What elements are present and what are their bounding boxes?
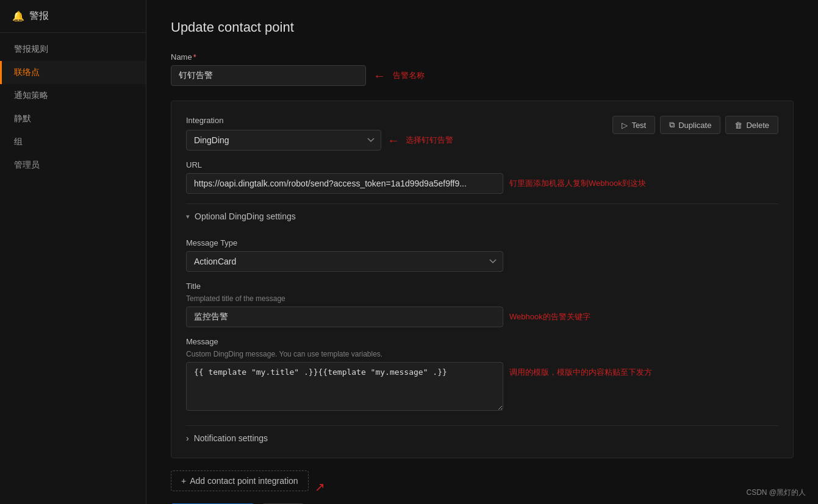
play-icon: ▷ xyxy=(622,121,628,130)
message-textarea[interactable]: {{ template "my.title" .}}{{template "my… xyxy=(186,362,503,411)
title-row: Title Templated title of the message Web… xyxy=(186,282,778,327)
sidebar-title: 警报 xyxy=(29,10,49,23)
name-arrow: ← xyxy=(373,69,386,83)
duplicate-icon: ⧉ xyxy=(669,120,675,130)
message-type-label: Message Type xyxy=(186,238,778,247)
sidebar-item-notification-policy[interactable]: 通知策略 xyxy=(0,84,146,107)
duplicate-button[interactable]: ⧉ Duplicate xyxy=(660,116,720,134)
name-label: Name* xyxy=(171,52,794,62)
title-annotation: Webhook的告警关键字 xyxy=(509,311,590,322)
integration-header: Integration DingDing Email Slack Webhook… xyxy=(186,116,778,151)
integration-select[interactable]: DingDing Email Slack Webhook xyxy=(186,130,381,151)
integration-actions: ▷ Test ⧉ Duplicate 🗑 Delete xyxy=(612,116,778,134)
chevron-down-icon: ▾ xyxy=(186,213,190,221)
name-section: Name* ← 告警名称 xyxy=(171,52,794,86)
notification-settings-toggle[interactable]: › Notification settings xyxy=(186,433,778,443)
main-content: Update contact point Name* ← 告警名称 Integr… xyxy=(146,0,818,504)
plus-icon: + xyxy=(181,476,186,486)
page-title: Update contact point xyxy=(171,20,794,35)
name-input[interactable] xyxy=(171,65,366,86)
title-field-label: Title xyxy=(186,282,778,291)
integration-left: Integration DingDing Email Slack Webhook… xyxy=(186,116,453,151)
main-wrapper: Update contact point Name* ← 告警名称 Integr… xyxy=(146,0,818,504)
message-label: Message xyxy=(186,337,778,346)
sidebar-item-contact-points[interactable]: 联络点 xyxy=(0,61,146,84)
name-annotation: 告警名称 xyxy=(393,70,425,81)
sidebar-item-admin[interactable]: 管理员 xyxy=(0,154,146,177)
add-arrow: ↗ xyxy=(315,480,325,494)
add-integration-button[interactable]: + Add contact point integration xyxy=(171,470,309,491)
integration-annotation: 选择钉钉告警 xyxy=(406,135,453,146)
trash-icon: 🗑 xyxy=(734,121,742,130)
test-button[interactable]: ▷ Test xyxy=(612,116,655,134)
message-type-row: Message Type ActionCard Text Link FeedCa… xyxy=(186,238,778,272)
title-hint: Templated title of the message xyxy=(186,294,778,303)
integration-arrow: ← xyxy=(387,133,400,147)
sidebar: 🔔 警报 警报规则 联络点 通知策略 静默 组 管理员 xyxy=(0,0,146,504)
integration-section: Integration DingDing Email Slack Webhook… xyxy=(171,101,794,458)
url-section: URL 钉里面添加机器人复制Webhook到这块 xyxy=(186,160,778,194)
bottom-actions: + Add contact point integration ↗ Save c… xyxy=(171,470,794,504)
delete-button[interactable]: 🗑 Delete xyxy=(725,116,778,134)
message-annotation: 调用的模版，模版中的内容粘贴至下发方 xyxy=(509,367,652,378)
message-row: Message Custom DingDing message. You can… xyxy=(186,337,778,411)
notification-settings-label: Notification settings xyxy=(194,433,268,443)
url-annotation: 钉里面添加机器人复制Webhook到这块 xyxy=(509,178,646,189)
message-type-select[interactable]: ActionCard Text Link FeedCard xyxy=(186,251,503,272)
bell-icon: 🔔 xyxy=(12,10,24,22)
sidebar-nav: 警报规则 联络点 通知策略 静默 组 管理员 xyxy=(0,33,146,177)
chevron-right-icon: › xyxy=(186,433,189,443)
message-hint: Custom DingDing message. You can use tem… xyxy=(186,350,778,358)
url-input[interactable] xyxy=(186,173,503,194)
optional-settings-content: Message Type ActionCard Text Link FeedCa… xyxy=(186,229,778,421)
sidebar-item-group[interactable]: 组 xyxy=(0,130,146,154)
url-label: URL xyxy=(186,160,778,169)
watermark: CSDN @黑灯的人 xyxy=(746,488,806,498)
sidebar-item-silence[interactable]: 静默 xyxy=(0,107,146,130)
notification-settings-section: › Notification settings xyxy=(186,425,778,443)
sidebar-header: 🔔 警报 xyxy=(0,0,146,33)
integration-label: Integration xyxy=(186,116,453,125)
sidebar-item-alert-rules[interactable]: 警报规则 xyxy=(0,38,146,61)
optional-settings-label: Optional DingDing settings xyxy=(195,211,296,221)
title-input[interactable] xyxy=(186,307,503,327)
optional-settings-toggle[interactable]: ▾ Optional DingDing settings xyxy=(186,204,778,229)
